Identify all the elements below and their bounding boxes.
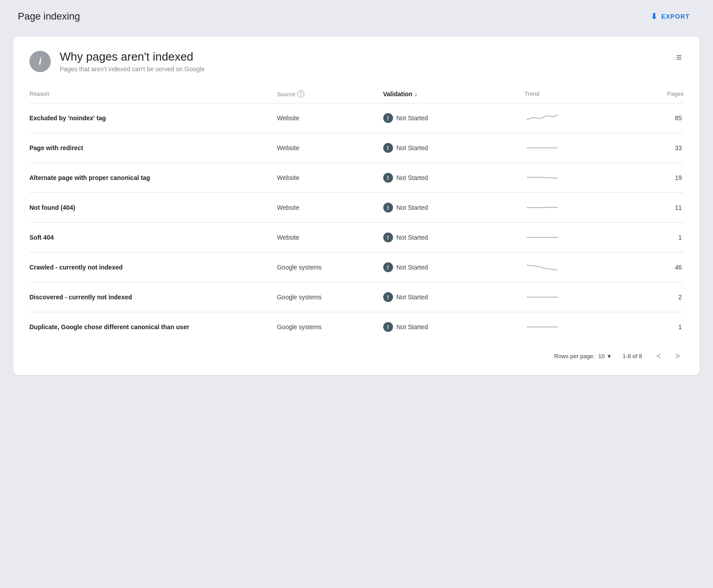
not-started-label: Not Started — [397, 234, 428, 241]
next-page-button[interactable]: > — [672, 350, 684, 363]
col-header-validation: Validation ↓ — [383, 90, 525, 98]
export-button[interactable]: ⬇ EXPORT — [645, 8, 695, 25]
trend-cell — [525, 201, 631, 214]
reason-cell: Not found (404) — [29, 204, 277, 211]
pages-cell: 1 — [631, 323, 684, 331]
not-started-label: Not Started — [397, 114, 428, 122]
pages-cell: 1 — [631, 234, 684, 241]
pages-cell: 85 — [631, 114, 684, 122]
reason-cell: Crawled - currently not indexed — [29, 264, 277, 271]
not-started-label: Not Started — [397, 264, 428, 271]
main-card: i Why pages aren't indexed Pages that ar… — [13, 37, 700, 375]
not-started-icon: ! — [383, 292, 393, 302]
validation-cell: ! Not Started — [383, 113, 525, 123]
col-header-pages: Pages — [631, 90, 684, 98]
not-started-label: Not Started — [397, 323, 428, 331]
table-row[interactable]: Duplicate, Google chose different canoni… — [29, 312, 684, 342]
export-icon: ⬇ — [651, 12, 658, 21]
trend-cell — [525, 320, 631, 334]
source-cell: Google systems — [277, 294, 383, 301]
pages-cell: 46 — [631, 264, 684, 271]
col-header-source: Source ? — [277, 90, 383, 98]
trend-cell — [525, 171, 631, 184]
not-started-icon: ! — [383, 203, 393, 212]
rows-dropdown-arrow-icon: ▼ — [606, 353, 612, 359]
validation-cell: ! Not Started — [383, 173, 525, 183]
not-started-icon: ! — [383, 262, 393, 272]
not-started-icon: ! — [383, 233, 393, 242]
not-started-icon: ! — [383, 173, 393, 183]
pages-cell: 19 — [631, 174, 684, 181]
sort-arrow-icon[interactable]: ↓ — [414, 90, 418, 98]
validation-cell: ! Not Started — [383, 322, 525, 332]
trend-cell — [525, 290, 631, 304]
pages-cell: 33 — [631, 144, 684, 151]
rows-per-page-dropdown[interactable]: 10 ▼ — [598, 353, 612, 359]
prev-page-button[interactable]: < — [653, 350, 665, 363]
table-row[interactable]: Not found (404) Website ! Not Started 11 — [29, 193, 684, 223]
rows-per-page: Rows per page: 10 ▼ — [554, 353, 611, 359]
source-cell: Google systems — [277, 323, 383, 331]
trend-cell — [525, 231, 631, 244]
table-header: Reason Source ? Validation ↓ Trend Pages — [29, 87, 684, 103]
card-subtitle: Pages that aren't indexed can't be serve… — [60, 65, 205, 73]
table-row[interactable]: Soft 404 Website ! Not Started 1 — [29, 223, 684, 253]
pagination: Rows per page: 10 ▼ 1-8 of 8 < > — [29, 342, 684, 364]
table-row[interactable]: Page with redirect Website ! Not Started… — [29, 133, 684, 163]
not-started-icon: ! — [383, 322, 393, 332]
reason-cell: Soft 404 — [29, 234, 277, 241]
table-row[interactable]: Discovered - currently not indexed Googl… — [29, 282, 684, 312]
trend-cell — [525, 141, 631, 155]
table-row[interactable]: Alternate page with proper canonical tag… — [29, 163, 684, 193]
source-cell: Website — [277, 204, 383, 211]
trend-cell — [525, 111, 631, 125]
source-cell: Google systems — [277, 264, 383, 271]
not-started-label: Not Started — [397, 204, 428, 211]
validation-cell: ! Not Started — [383, 262, 525, 272]
reason-cell: Discovered - currently not indexed — [29, 294, 277, 301]
validation-cell: ! Not Started — [383, 203, 525, 212]
source-help-icon[interactable]: ? — [297, 90, 304, 98]
reason-cell: Excluded by 'noindex' tag — [29, 114, 277, 122]
reason-cell: Alternate page with proper canonical tag — [29, 174, 277, 181]
not-started-label: Not Started — [397, 174, 428, 181]
col-header-trend: Trend — [525, 90, 631, 98]
col-header-reason: Reason — [29, 90, 277, 98]
filter-icon[interactable]: ≡ — [674, 50, 684, 65]
source-cell: Website — [277, 234, 383, 241]
card-title-block: Why pages aren't indexed Pages that aren… — [60, 50, 205, 73]
rows-per-page-value: 10 — [598, 353, 605, 359]
card-title: Why pages aren't indexed — [60, 50, 205, 64]
pages-cell: 2 — [631, 294, 684, 301]
table-container: Reason Source ? Validation ↓ Trend Pages… — [29, 87, 684, 342]
not-started-label: Not Started — [397, 294, 428, 301]
source-cell: Website — [277, 144, 383, 151]
page-title: Page indexing — [18, 11, 80, 22]
pages-cell: 11 — [631, 204, 684, 211]
card-header-left: i Why pages aren't indexed Pages that ar… — [29, 50, 205, 73]
validation-cell: ! Not Started — [383, 233, 525, 242]
validation-cell: ! Not Started — [383, 292, 525, 302]
page-info: 1-8 of 8 — [623, 353, 642, 359]
reason-cell: Duplicate, Google chose different canoni… — [29, 323, 277, 331]
rows-per-page-label: Rows per page: — [554, 353, 594, 359]
card-header: i Why pages aren't indexed Pages that ar… — [29, 50, 684, 73]
validation-cell: ! Not Started — [383, 143, 525, 153]
info-icon-circle: i — [29, 51, 51, 72]
not-started-label: Not Started — [397, 144, 428, 151]
reason-cell: Page with redirect — [29, 144, 277, 151]
trend-cell — [525, 261, 631, 274]
table-row[interactable]: Crawled - currently not indexed Google s… — [29, 253, 684, 282]
not-started-icon: ! — [383, 143, 393, 153]
source-cell: Website — [277, 174, 383, 181]
table-row[interactable]: Excluded by 'noindex' tag Website ! Not … — [29, 103, 684, 133]
not-started-icon: ! — [383, 113, 393, 123]
top-bar: Page indexing ⬇ EXPORT — [0, 0, 713, 32]
source-cell: Website — [277, 114, 383, 122]
